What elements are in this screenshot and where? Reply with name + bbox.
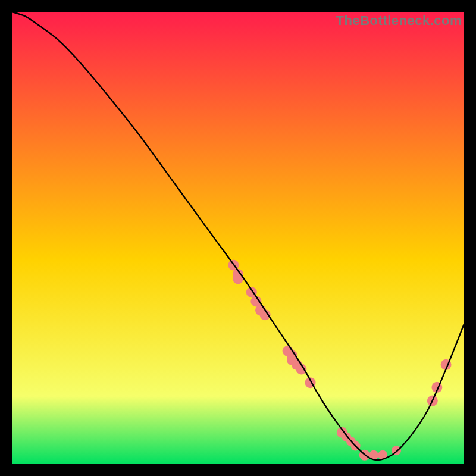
watermark-label: TheBottleneck.com [334, 12, 464, 30]
chart-frame: TheBottleneck.com [12, 12, 464, 464]
gradient-background [12, 12, 464, 464]
bottleneck-chart [12, 12, 464, 464]
